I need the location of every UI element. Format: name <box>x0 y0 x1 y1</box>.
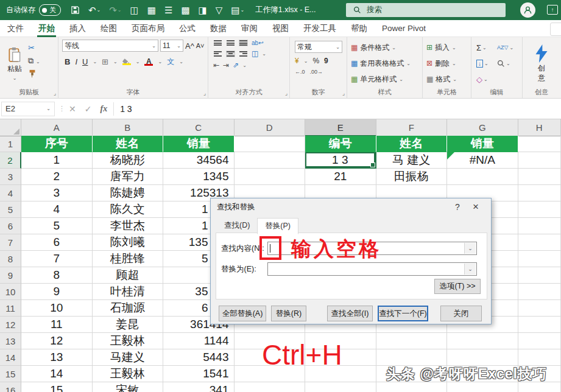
cell-H6[interactable] <box>518 218 561 234</box>
cell-C13[interactable]: 1144 <box>163 333 235 349</box>
cell-B6[interactable]: 李世杰 <box>93 218 164 234</box>
percent-button[interactable]: % <box>312 57 319 65</box>
cell-A8[interactable]: 7 <box>21 251 93 267</box>
row-header-7[interactable]: 7 <box>0 234 21 251</box>
dialog-button-查找全部(I)[interactable]: 查找全部(I) <box>327 306 373 321</box>
decrease-font-icon[interactable]: A˅ <box>196 42 205 49</box>
cell-B2[interactable]: 杨晓彤 <box>93 152 164 169</box>
row-header-5[interactable]: 5 <box>0 201 21 218</box>
upload-icon[interactable]: ↑ <box>547 5 558 15</box>
tab-文件[interactable]: 文件 <box>0 20 31 37</box>
cell-A16[interactable]: 15 <box>21 382 93 392</box>
row-header-10[interactable]: 10 <box>0 284 21 300</box>
delete-cells-button[interactable]: ⊠删除⌄ <box>426 55 470 71</box>
format-as-table-button[interactable]: ▦套用表格格式⌄ <box>351 55 421 71</box>
cell-G13[interactable] <box>447 333 518 349</box>
row-header-12[interactable]: 12 <box>0 317 21 333</box>
row-header-14[interactable]: 14 <box>0 349 21 366</box>
cell-H3[interactable] <box>518 169 561 185</box>
cell-D3[interactable] <box>235 169 306 185</box>
comma-button[interactable]: 9 <box>324 57 328 65</box>
help-icon[interactable]: ? <box>448 202 467 212</box>
cell-F1[interactable]: 姓名 <box>376 136 448 152</box>
row-header-8[interactable]: 8 <box>0 251 21 267</box>
tab-开始[interactable]: 开始 <box>31 20 62 37</box>
cell-B7[interactable]: 陈刘曦 <box>93 234 164 251</box>
cancel-icon[interactable]: ✕ <box>69 104 76 114</box>
cell-A11[interactable]: 10 <box>21 300 93 317</box>
fill-color-button[interactable] <box>122 58 131 65</box>
ideas-button[interactable]: 创 意 <box>538 64 545 83</box>
italic-button[interactable]: I <box>75 57 77 66</box>
cell-styles-button[interactable]: ▦单元格样式⌄ <box>351 71 421 87</box>
orientation-button[interactable]: ⇗ <box>233 61 239 69</box>
currency-button[interactable]: ¥ <box>295 57 299 65</box>
tab-绘图[interactable]: 绘图 <box>93 20 124 37</box>
cell-A3[interactable]: 2 <box>21 169 93 185</box>
tab-数据[interactable]: 数据 <box>203 20 234 37</box>
tab-页面布局[interactable]: 页面布局 <box>124 20 172 37</box>
lightning-icon[interactable] <box>534 44 549 63</box>
cell-H14[interactable] <box>518 349 561 366</box>
align-right-button[interactable] <box>239 51 248 57</box>
column-header-D[interactable]: D <box>235 119 306 136</box>
cell-A7[interactable]: 6 <box>21 234 93 251</box>
dialog-tab-查找(D)[interactable]: 查找(D) <box>217 218 257 234</box>
underline-button[interactable]: U <box>82 57 88 66</box>
cell-F3[interactable]: 田振杨 <box>376 169 448 185</box>
format-painter-icon[interactable] <box>28 69 40 80</box>
cell-C2[interactable]: 34564 <box>163 152 235 169</box>
increase-decimal-button[interactable]: ←.0 <box>295 69 305 75</box>
replace-with-input[interactable]: ⌄ <box>267 262 477 276</box>
cell-D2[interactable] <box>235 152 306 169</box>
indent-icon[interactable]: ☰ <box>164 5 172 16</box>
cell-C14[interactable]: 5443 <box>163 349 235 366</box>
increase-font-icon[interactable]: A^ <box>185 41 194 51</box>
cell-G1[interactable]: 销量 <box>447 136 518 152</box>
row-header-16[interactable]: 16 <box>0 382 21 392</box>
align-top-button[interactable] <box>213 40 222 46</box>
cell-B15[interactable]: 王毅林 <box>93 366 164 382</box>
cell-C3[interactable]: 1345 <box>163 169 235 185</box>
cell-A2[interactable]: 1 <box>21 152 93 169</box>
drag-handle[interactable]: ⋮ <box>58 105 65 113</box>
cell-B10[interactable]: 叶桂清 <box>93 284 164 300</box>
cell-B5[interactable]: 陈久文 <box>93 201 164 218</box>
cell-H5[interactable] <box>518 201 561 218</box>
format-cells-button[interactable]: ▦格式⌄ <box>426 71 470 87</box>
touch-mode-icon[interactable]: ◫ <box>130 5 139 16</box>
cell-A10[interactable]: 9 <box>21 284 93 300</box>
row-header-9[interactable]: 9 <box>0 267 21 284</box>
column-header-C[interactable]: C <box>163 119 235 136</box>
row-header-13[interactable]: 13 <box>0 333 21 349</box>
row-header-11[interactable]: 11 <box>0 300 21 317</box>
decrease-decimal-button[interactable]: .00→ <box>310 69 323 75</box>
tab-帮助[interactable]: 帮助 <box>344 20 375 37</box>
search-input[interactable]: 搜索 <box>346 3 506 17</box>
tab-视图[interactable]: 视图 <box>265 20 296 37</box>
cell-F14[interactable] <box>376 349 448 366</box>
share-icon[interactable] <box>550 23 561 36</box>
row-header-2[interactable]: 2 <box>0 152 21 169</box>
cell-E2[interactable]: 1 3 <box>305 152 376 169</box>
cell-D16[interactable] <box>235 382 306 392</box>
cell-C15[interactable]: 1541 <box>163 366 235 382</box>
increase-indent-button[interactable]: ⇥ <box>223 61 229 69</box>
row-header-15[interactable]: 15 <box>0 366 21 382</box>
cell-A1[interactable]: 序号 <box>21 136 93 152</box>
borders-icon[interactable]: ▦ <box>147 5 156 16</box>
table-format-icon[interactable]: ▤⌄ <box>231 5 244 16</box>
close-icon[interactable]: × <box>467 201 485 213</box>
cell-H4[interactable] <box>518 185 561 201</box>
column-header-E[interactable]: E <box>305 119 376 136</box>
row-header-3[interactable]: 3 <box>0 169 21 185</box>
cell-A4[interactable]: 3 <box>21 185 93 201</box>
dialog-button-查找下一个(F)[interactable]: 查找下一个(F) <box>378 306 428 321</box>
autosave-toggle[interactable]: 自动保存 关 <box>6 4 61 16</box>
cell-H2[interactable] <box>518 152 561 169</box>
cell-H10[interactable] <box>518 284 561 300</box>
tab-开发工具[interactable]: 开发工具 <box>296 20 344 37</box>
tab-审阅[interactable]: 审阅 <box>234 20 265 37</box>
cell-B13[interactable]: 王毅林 <box>93 333 164 349</box>
formula-input[interactable]: 1 3 <box>120 104 132 114</box>
